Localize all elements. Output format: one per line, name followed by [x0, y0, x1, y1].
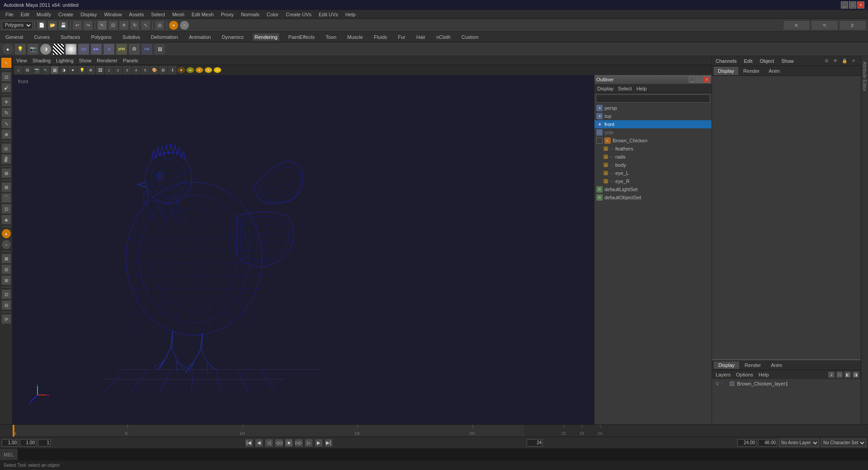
- outliner-title-bar[interactable]: Outliner _ □ ✕: [594, 75, 712, 84]
- r-tb-options[interactable]: Options: [734, 372, 755, 377]
- vt-res-hi-btn[interactable]: 3: [123, 66, 131, 74]
- show-manip-btn[interactable]: ⊞: [1, 168, 11, 178]
- vt-grid-btn[interactable]: ⊞: [159, 66, 167, 74]
- shelf-custom[interactable]: Custom: [460, 33, 481, 41]
- vt-uv-btn[interactable]: 5: [141, 66, 149, 74]
- vp-menu-renderer[interactable]: Renderer: [97, 58, 118, 63]
- scale-mode-btn[interactable]: ⤡: [1, 118, 11, 128]
- shelf-animation[interactable]: Animation: [187, 33, 213, 41]
- shelf-icon-3d-render[interactable]: 3D: [78, 43, 90, 55]
- shelf-muscle[interactable]: Muscle: [345, 33, 365, 41]
- cb-tab-display[interactable]: Display: [714, 67, 738, 75]
- vt-camera-btn[interactable]: 📷: [33, 66, 41, 74]
- sculpt-btn[interactable]: 🗿: [1, 154, 11, 164]
- paint-sel-btn[interactable]: 🖌: [1, 83, 11, 93]
- crease2-btn[interactable]: ⊟: [1, 300, 11, 310]
- vt-color-btn[interactable]: 🎨: [150, 66, 158, 74]
- menu-window[interactable]: Window: [100, 11, 125, 18]
- lasso-mode-btn[interactable]: ⊡: [1, 72, 11, 82]
- lasso-tool[interactable]: ⊡: [108, 20, 118, 30]
- x-axis-input[interactable]: X:: [783, 20, 810, 30]
- save-btn[interactable]: 💾: [58, 20, 68, 30]
- snap-curve-btn[interactable]: ⌒: [1, 193, 11, 203]
- shelf-icon-render-settings[interactable]: ⚙: [128, 43, 140, 55]
- render-tab-display[interactable]: Display: [714, 362, 739, 369]
- shelf-hair[interactable]: Hair: [415, 33, 427, 41]
- ipr-btn[interactable]: ○: [179, 20, 189, 30]
- menu-create-uvs[interactable]: Create UVs: [282, 11, 315, 18]
- vt-light3-btn[interactable]: ●: [195, 67, 203, 73]
- cb-lock-icon[interactable]: 🔒: [841, 57, 848, 65]
- shelf-general[interactable]: General: [4, 33, 25, 41]
- layer-row-chicken[interactable]: V / Brown_Chicken_layer1: [712, 379, 861, 388]
- vt-light5-btn[interactable]: ●: [213, 67, 222, 73]
- outliner-item-brown-chicken[interactable]: ▸ Brown_Chicken: [594, 136, 712, 145]
- cb-menu-edit[interactable]: Edit: [744, 58, 752, 64]
- outliner-close-btn[interactable]: ✕: [703, 76, 710, 83]
- y-axis-input[interactable]: Y:: [811, 20, 838, 30]
- cb-menu-show[interactable]: Show: [781, 58, 794, 64]
- outliner-menu-help[interactable]: Help: [637, 86, 647, 91]
- xform3-btn[interactable]: ⊞: [1, 275, 11, 285]
- go-end-btn[interactable]: ▶|: [325, 439, 333, 447]
- mel-command-input[interactable]: [18, 449, 687, 460]
- rotate-tool[interactable]: ↻: [130, 20, 140, 30]
- menu-normals[interactable]: Normals: [237, 11, 263, 18]
- menu-create[interactable]: Create: [55, 11, 77, 18]
- minimize-button[interactable]: _: [841, 1, 848, 9]
- shelf-icon-hypershade[interactable]: HS: [141, 43, 153, 55]
- mode-select[interactable]: Polygons: [2, 21, 33, 29]
- prev-key-btn[interactable]: ◁: [265, 439, 273, 447]
- shelf-polygons[interactable]: Polygons: [89, 33, 113, 41]
- soft-sel-btn[interactable]: ◎: [155, 20, 165, 30]
- vt-res-low-btn[interactable]: 1: [105, 66, 113, 74]
- z-axis-input[interactable]: Z:: [839, 20, 866, 30]
- fps-end-input[interactable]: [758, 439, 777, 446]
- outliner-item-persp[interactable]: ◈ persp: [594, 104, 712, 112]
- shelf-fur[interactable]: Fur: [396, 33, 407, 41]
- menu-select[interactable]: Select: [147, 11, 169, 18]
- anim-layer-select[interactable]: No Anim Layer: [779, 439, 819, 447]
- start-frame-input[interactable]: [2, 439, 18, 446]
- prev-frame-btn[interactable]: ◀: [255, 439, 263, 447]
- menu-edit[interactable]: Edit: [17, 11, 33, 18]
- play-fwd-btn[interactable]: ▷▷: [295, 439, 303, 447]
- close-button[interactable]: ✕: [857, 1, 864, 9]
- shelf-deformation[interactable]: Deformation: [149, 33, 180, 41]
- menu-help[interactable]: Help: [342, 11, 359, 18]
- cb-menu-object[interactable]: Object: [760, 58, 774, 64]
- outliner-item-default-light-set[interactable]: ⊞ defaultLightSet: [594, 185, 712, 193]
- outliner-search-input[interactable]: [598, 96, 708, 101]
- outliner-item-feathers[interactable]: — — feathers: [594, 145, 712, 153]
- vt-select-btn[interactable]: ↖: [42, 66, 50, 74]
- shelf-subdivs[interactable]: Subdivs: [121, 33, 142, 41]
- shelf-icon-render-view[interactable]: 🖼: [154, 43, 165, 55]
- outliner-item-default-object-set[interactable]: ⊞ defaultObjectSet: [594, 193, 712, 202]
- menu-proxy[interactable]: Proxy: [217, 11, 237, 18]
- vt-frame-all-btn[interactable]: ⊞: [24, 66, 32, 74]
- character-set-select[interactable]: No Character Set: [821, 439, 866, 447]
- current-time-input[interactable]: [20, 439, 36, 446]
- maximize-button[interactable]: □: [849, 1, 856, 9]
- vp-menu-shading[interactable]: Shading: [33, 58, 51, 63]
- vt-hud-btn[interactable]: ℹ: [168, 66, 176, 74]
- render-icon-3[interactable]: ◧: [844, 371, 851, 378]
- render-tab-render[interactable]: Render: [740, 362, 765, 369]
- xform2-btn[interactable]: ⊟: [1, 264, 11, 274]
- outliner-item-top[interactable]: ◈ top: [594, 112, 712, 120]
- shelf-icon-camera[interactable]: 📷: [27, 43, 39, 55]
- shelf-icon-gradient[interactable]: [65, 43, 77, 55]
- play-back-btn[interactable]: ◁◁: [275, 439, 283, 447]
- vt-wire-btn[interactable]: ▦: [51, 66, 59, 74]
- outliner-search-bar[interactable]: [596, 94, 710, 103]
- shelf-painteffects[interactable]: PaintEffects: [287, 33, 317, 41]
- select-mode-btn[interactable]: ↖: [1, 58, 11, 68]
- vt-xray-btn[interactable]: ⊗: [87, 66, 95, 74]
- r-tb-layers[interactable]: Layers: [714, 372, 732, 377]
- cb-menu-channels[interactable]: Channels: [716, 58, 736, 64]
- menu-mesh[interactable]: Mesh: [169, 11, 188, 18]
- crease-btn[interactable]: ⊡: [1, 289, 11, 299]
- shelf-icon-checker[interactable]: [52, 43, 64, 55]
- shelf-icon-ipr[interactable]: IPR: [116, 43, 127, 55]
- shelf-icon-batch-render[interactable]: ⊟: [103, 43, 115, 55]
